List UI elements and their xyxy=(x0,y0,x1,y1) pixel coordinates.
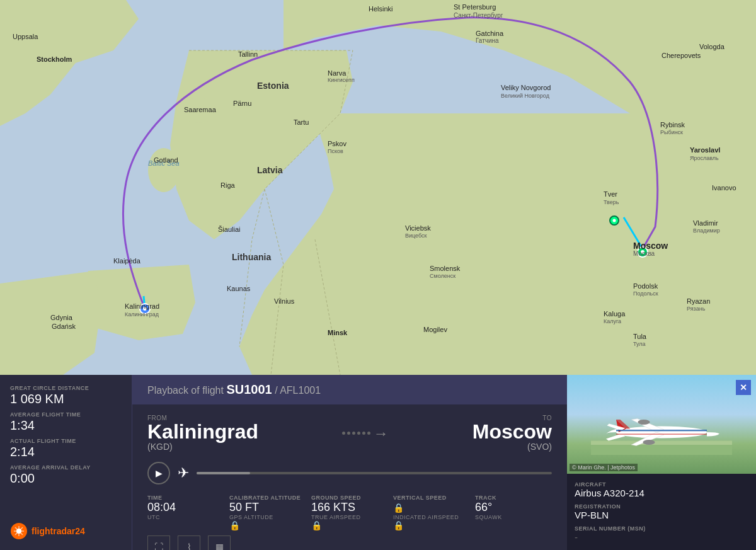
city-saaremaa: Saaremaa xyxy=(184,106,216,113)
city-stpetersburg: St Petersburg xyxy=(454,3,496,11)
city-smolensk-cy: Смоленск xyxy=(430,273,455,279)
city-veliky-cy: Великий Новгород xyxy=(501,93,549,99)
city-gatchina-cy: Гатчина xyxy=(476,37,499,44)
city-gotland: Gotland xyxy=(154,156,178,164)
city-viciebsk: Viciebsk xyxy=(405,224,431,232)
city-yaroslavl-cy: Ярославль xyxy=(690,155,719,161)
city-tver: Tver xyxy=(604,190,617,198)
label-latvia: Latvia xyxy=(257,165,282,175)
city-veliky: Veliky Novgorod xyxy=(501,84,551,91)
svg-rect-23 xyxy=(616,433,707,435)
great-circle-block: GREAT CIRCLE DISTANCE 1 069 KM xyxy=(10,385,122,406)
svg-point-21 xyxy=(638,420,650,425)
indicated-airspeed-label: INDICATED AIRSPEED xyxy=(393,514,470,520)
chart-icon: ▦ xyxy=(215,542,224,550)
play-button[interactable]: ▶ xyxy=(147,462,170,484)
city-tallinn: Tallinn xyxy=(238,50,258,58)
ground-speed-label: GROUND SPEED xyxy=(311,495,388,501)
route-dots xyxy=(342,432,370,435)
time-unit: UTC xyxy=(147,514,224,520)
registration-value: VP-BLN xyxy=(575,510,748,520)
altitude-lock-icon: 🔒 xyxy=(229,520,306,530)
squawk-label: SQUAWK xyxy=(475,514,552,520)
track-label: TRACK xyxy=(475,495,552,501)
serial-label: SERIAL NUMBER (MSN) xyxy=(575,525,748,532)
actual-flight-label: ACTUAL FLIGHT TIME xyxy=(10,438,122,444)
route-from: FROM Kaliningrad (KGD) xyxy=(147,415,258,452)
city-pskov-cy: Псков xyxy=(328,148,343,154)
to-city: Moscow xyxy=(472,421,552,442)
title-separator: / xyxy=(272,385,280,396)
expand-icon: ⛶ xyxy=(154,542,163,550)
city-parnu: Pärnu xyxy=(233,100,251,107)
city-vilnius: Vilnius xyxy=(274,297,294,305)
city-tula: Tula xyxy=(633,333,646,340)
city-stpetersburg-cy: Санкт-Петербург xyxy=(454,12,503,19)
city-gdansk: Gdańsk xyxy=(52,323,76,330)
gps-alt-label: GPS ALTITUDE xyxy=(229,514,306,520)
city-kaliningrad-cy: Калининград xyxy=(125,311,159,318)
time-label: TIME xyxy=(147,495,224,501)
city-viciebsk-cy: Вицебск xyxy=(405,232,427,239)
avg-flight-label: AVERAGE FLIGHT TIME xyxy=(10,411,122,418)
telemetry-section: TIME 08:04 UTC CALIBRATED ALTITUDE 50 FT… xyxy=(147,495,552,530)
aircraft-type-block: AIRCRAFT Airbus A320-214 xyxy=(575,481,748,498)
city-pskov: Pskov xyxy=(328,140,346,147)
city-narva-cy: Кингисепп xyxy=(328,77,355,83)
city-moscow-cy: Москва xyxy=(633,250,655,257)
aircraft-photo: © Marin Ghe. | Jetphotos ✕ xyxy=(567,375,756,474)
map-svg xyxy=(0,0,756,375)
bottom-icons: ⛶ ⌇ ▦ xyxy=(147,536,552,550)
progress-bar[interactable] xyxy=(197,472,552,474)
indicated-lock-icon: 🔒 xyxy=(393,520,470,530)
aircraft-details: AIRCRAFT Airbus A320-214 REGISTRATION VP… xyxy=(567,474,756,550)
aircraft-silhouette-svg xyxy=(580,404,743,455)
true-airspeed-label: TRUE AIRSPEED xyxy=(311,514,388,520)
telem-time: TIME 08:04 UTC xyxy=(147,495,224,530)
playback-bar: ▶ ✈ xyxy=(147,462,552,484)
svg-point-14 xyxy=(613,219,616,222)
city-tula-cy: Тула xyxy=(633,341,646,347)
svg-rect-22 xyxy=(616,430,707,431)
great-circle-value: 1 069 KM xyxy=(10,391,122,406)
city-klaipeda: Klaipėda xyxy=(113,257,140,265)
close-icon: ✕ xyxy=(740,382,747,392)
chart-button[interactable]: ▦ xyxy=(208,536,231,550)
actual-flight-block: ACTUAL FLIGHT TIME 2:14 xyxy=(10,438,122,459)
path-button[interactable]: ⌇ xyxy=(178,536,200,550)
info-panel: GREAT CIRCLE DISTANCE 1 069 KM AVERAGE F… xyxy=(0,375,756,550)
avg-arrival-label: AVERAGE ARRIVAL DELAY xyxy=(10,464,122,471)
label-lithuania: Lithuania xyxy=(232,252,271,262)
city-helsinki: Helsinki xyxy=(369,5,393,13)
city-moscow: Moscow xyxy=(633,241,668,251)
city-vologda: Vologda xyxy=(699,43,724,50)
telem-track: TRACK 66° SQUAWK xyxy=(475,495,552,530)
svg-rect-18 xyxy=(591,441,732,445)
play-icon: ▶ xyxy=(156,468,163,478)
route-section: FROM Kaliningrad (KGD) → TO Moscow (SVO) xyxy=(147,415,552,452)
svg-point-16 xyxy=(16,529,21,534)
path-icon: ⌇ xyxy=(187,542,192,550)
city-tartu: Tartu xyxy=(294,118,309,126)
city-podolsk-cy: Подольск xyxy=(633,290,658,297)
city-mogilev: Mogilev xyxy=(423,326,447,333)
city-ivanovo: Ivanovo xyxy=(712,184,736,192)
city-riga: Riga xyxy=(220,181,235,189)
speed-lock-icon: 🔒 xyxy=(311,520,388,530)
avg-arrival-block: AVERAGE ARRIVAL DELAY 0:00 xyxy=(10,464,122,486)
track-value: 66° xyxy=(475,501,552,514)
registration-block: REGISTRATION VP-BLN xyxy=(575,503,748,520)
city-yaroslavl: Yaroslavl xyxy=(690,146,720,154)
svg-point-7 xyxy=(148,148,180,192)
city-narva: Narva xyxy=(328,69,346,77)
city-minsk: Minsk xyxy=(328,329,347,336)
city-rybinsk-cy: Рыбинск xyxy=(660,129,683,135)
close-button[interactable]: ✕ xyxy=(736,380,751,395)
great-circle-label: GREAT CIRCLE DISTANCE xyxy=(10,385,122,391)
expand-button[interactable]: ⛶ xyxy=(147,536,170,550)
svg-rect-17 xyxy=(591,444,732,455)
city-smolensk: Smolensk xyxy=(430,265,460,272)
avg-flight-block: AVERAGE FLIGHT TIME 1:34 xyxy=(10,411,122,433)
city-vladimir-cy: Владимир xyxy=(693,227,720,234)
city-gdynia: Gdynia xyxy=(50,314,72,321)
